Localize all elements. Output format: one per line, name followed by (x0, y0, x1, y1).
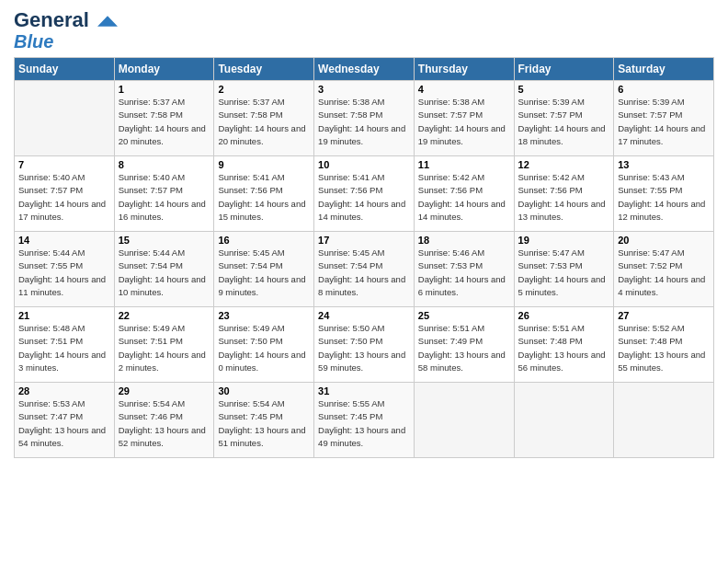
day-number: 21 (18, 310, 110, 321)
day-info: Sunrise: 5:45 AMSunset: 7:54 PMDaylight:… (318, 247, 410, 299)
weekday-header-monday: Monday (114, 58, 214, 81)
day-info: Sunrise: 5:54 AMSunset: 7:45 PMDaylight:… (218, 397, 310, 450)
day-number: 27 (618, 310, 710, 321)
calendar-week-1: 1Sunrise: 5:37 AMSunset: 7:58 PMDaylight… (15, 81, 714, 156)
day-number: 19 (518, 235, 610, 246)
calendar-cell: 22Sunrise: 5:49 AMSunset: 7:51 PMDayligh… (114, 307, 214, 383)
day-info: Sunrise: 5:55 AMSunset: 7:45 PMDaylight:… (318, 397, 410, 450)
day-info: Sunrise: 5:47 AMSunset: 7:53 PMDaylight:… (518, 247, 610, 299)
calendar-cell: 26Sunrise: 5:51 AMSunset: 7:48 PMDayligh… (514, 307, 614, 383)
calendar-cell (514, 383, 614, 458)
day-number: 4 (418, 84, 510, 95)
calendar-week-5: 28Sunrise: 5:53 AMSunset: 7:47 PMDayligh… (15, 383, 714, 458)
weekday-header-tuesday: Tuesday (214, 58, 314, 81)
svg-marker-0 (97, 16, 118, 27)
weekday-header-friday: Friday (514, 58, 614, 81)
calendar-week-4: 21Sunrise: 5:48 AMSunset: 7:51 PMDayligh… (15, 307, 714, 383)
day-info: Sunrise: 5:39 AMSunset: 7:57 PMDaylight:… (518, 96, 610, 148)
logo: General Blue (14, 9, 118, 52)
day-number: 5 (518, 84, 610, 95)
calendar-cell: 3Sunrise: 5:38 AMSunset: 7:58 PMDaylight… (314, 81, 415, 156)
day-number: 25 (418, 310, 510, 321)
calendar-cell: 29Sunrise: 5:54 AMSunset: 7:46 PMDayligh… (114, 383, 214, 458)
logo-text: General (14, 9, 118, 31)
day-number: 17 (318, 235, 410, 246)
day-number: 9 (218, 159, 310, 170)
calendar-cell: 2Sunrise: 5:37 AMSunset: 7:58 PMDaylight… (214, 81, 314, 156)
calendar-week-2: 7Sunrise: 5:40 AMSunset: 7:57 PMDaylight… (15, 156, 714, 232)
day-number: 12 (518, 159, 610, 170)
day-info: Sunrise: 5:40 AMSunset: 7:57 PMDaylight:… (119, 171, 210, 224)
day-number: 3 (318, 84, 410, 95)
day-number: 10 (318, 159, 410, 170)
day-info: Sunrise: 5:41 AMSunset: 7:56 PMDaylight:… (218, 171, 310, 224)
calendar-cell: 16Sunrise: 5:45 AMSunset: 7:54 PMDayligh… (214, 232, 314, 307)
calendar-cell: 28Sunrise: 5:53 AMSunset: 7:47 PMDayligh… (15, 383, 115, 458)
day-info: Sunrise: 5:49 AMSunset: 7:51 PMDaylight:… (119, 322, 210, 374)
day-number: 24 (318, 310, 410, 321)
day-number: 28 (18, 385, 110, 396)
calendar-cell: 6Sunrise: 5:39 AMSunset: 7:57 PMDaylight… (614, 81, 714, 156)
day-info: Sunrise: 5:37 AMSunset: 7:58 PMDaylight:… (119, 96, 210, 148)
day-info: Sunrise: 5:46 AMSunset: 7:53 PMDaylight:… (418, 247, 510, 299)
calendar-cell: 15Sunrise: 5:44 AMSunset: 7:54 PMDayligh… (114, 232, 214, 307)
calendar-cell (15, 81, 115, 156)
day-info: Sunrise: 5:51 AMSunset: 7:49 PMDaylight:… (418, 322, 510, 374)
day-number: 26 (518, 310, 610, 321)
day-info: Sunrise: 5:47 AMSunset: 7:52 PMDaylight:… (618, 247, 710, 299)
day-info: Sunrise: 5:51 AMSunset: 7:48 PMDaylight:… (518, 322, 610, 374)
day-number: 31 (318, 385, 410, 396)
calendar-cell: 8Sunrise: 5:40 AMSunset: 7:57 PMDaylight… (114, 156, 214, 232)
calendar-cell (614, 383, 714, 458)
calendar-cell: 5Sunrise: 5:39 AMSunset: 7:57 PMDaylight… (514, 81, 614, 156)
calendar-cell: 24Sunrise: 5:50 AMSunset: 7:50 PMDayligh… (314, 307, 415, 383)
day-info: Sunrise: 5:45 AMSunset: 7:54 PMDaylight:… (218, 247, 310, 299)
calendar-cell: 7Sunrise: 5:40 AMSunset: 7:57 PMDaylight… (15, 156, 115, 232)
calendar-cell: 10Sunrise: 5:41 AMSunset: 7:56 PMDayligh… (314, 156, 415, 232)
logo-blue-text: Blue (14, 31, 53, 52)
calendar-table: SundayMondayTuesdayWednesdayThursdayFrid… (14, 57, 714, 458)
day-number: 20 (618, 235, 710, 246)
day-number: 29 (119, 385, 210, 396)
calendar-cell: 18Sunrise: 5:46 AMSunset: 7:53 PMDayligh… (414, 232, 514, 307)
calendar-cell: 14Sunrise: 5:44 AMSunset: 7:55 PMDayligh… (15, 232, 115, 307)
weekday-header-saturday: Saturday (614, 58, 714, 81)
calendar-cell: 4Sunrise: 5:38 AMSunset: 7:57 PMDaylight… (414, 81, 514, 156)
day-info: Sunrise: 5:40 AMSunset: 7:57 PMDaylight:… (18, 171, 110, 224)
day-info: Sunrise: 5:44 AMSunset: 7:55 PMDaylight:… (18, 247, 110, 299)
calendar-cell: 25Sunrise: 5:51 AMSunset: 7:49 PMDayligh… (414, 307, 514, 383)
calendar-cell: 17Sunrise: 5:45 AMSunset: 7:54 PMDayligh… (314, 232, 415, 307)
day-info: Sunrise: 5:42 AMSunset: 7:56 PMDaylight:… (418, 171, 510, 224)
calendar-cell: 13Sunrise: 5:43 AMSunset: 7:55 PMDayligh… (614, 156, 714, 232)
day-info: Sunrise: 5:54 AMSunset: 7:46 PMDaylight:… (119, 397, 210, 450)
page-header: General Blue (14, 9, 714, 52)
day-number: 13 (618, 159, 710, 170)
day-info: Sunrise: 5:49 AMSunset: 7:50 PMDaylight:… (218, 322, 310, 374)
calendar-cell: 19Sunrise: 5:47 AMSunset: 7:53 PMDayligh… (514, 232, 614, 307)
day-info: Sunrise: 5:38 AMSunset: 7:57 PMDaylight:… (418, 96, 510, 148)
weekday-header-thursday: Thursday (414, 58, 514, 81)
day-number: 1 (119, 84, 210, 95)
day-number: 2 (218, 84, 310, 95)
day-number: 6 (618, 84, 710, 95)
calendar-cell: 9Sunrise: 5:41 AMSunset: 7:56 PMDaylight… (214, 156, 314, 232)
day-info: Sunrise: 5:53 AMSunset: 7:47 PMDaylight:… (18, 397, 110, 450)
calendar-cell: 30Sunrise: 5:54 AMSunset: 7:45 PMDayligh… (214, 383, 314, 458)
calendar-cell: 20Sunrise: 5:47 AMSunset: 7:52 PMDayligh… (614, 232, 714, 307)
calendar-cell: 11Sunrise: 5:42 AMSunset: 7:56 PMDayligh… (414, 156, 514, 232)
day-number: 14 (18, 235, 110, 246)
day-info: Sunrise: 5:48 AMSunset: 7:51 PMDaylight:… (18, 322, 110, 374)
day-number: 16 (218, 235, 310, 246)
calendar-cell: 27Sunrise: 5:52 AMSunset: 7:48 PMDayligh… (614, 307, 714, 383)
calendar-cell: 1Sunrise: 5:37 AMSunset: 7:58 PMDaylight… (114, 81, 214, 156)
day-info: Sunrise: 5:37 AMSunset: 7:58 PMDaylight:… (218, 96, 310, 148)
day-info: Sunrise: 5:50 AMSunset: 7:50 PMDaylight:… (318, 322, 410, 374)
calendar-cell: 31Sunrise: 5:55 AMSunset: 7:45 PMDayligh… (314, 383, 415, 458)
day-info: Sunrise: 5:52 AMSunset: 7:48 PMDaylight:… (618, 322, 710, 374)
calendar-cell: 12Sunrise: 5:42 AMSunset: 7:56 PMDayligh… (514, 156, 614, 232)
calendar-week-3: 14Sunrise: 5:44 AMSunset: 7:55 PMDayligh… (15, 232, 714, 307)
day-number: 30 (218, 385, 310, 396)
calendar-cell: 21Sunrise: 5:48 AMSunset: 7:51 PMDayligh… (15, 307, 115, 383)
day-number: 18 (418, 235, 510, 246)
day-info: Sunrise: 5:38 AMSunset: 7:58 PMDaylight:… (318, 96, 410, 148)
